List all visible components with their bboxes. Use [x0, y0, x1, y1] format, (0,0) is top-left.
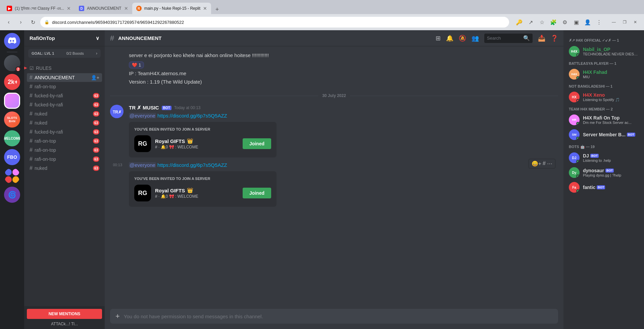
message-input[interactable] [124, 310, 553, 323]
menu-icon[interactable]: ⋮ [594, 17, 604, 27]
member-category-bots: BOTS 🤖 — 19 [566, 142, 641, 150]
member-avatar-server-bot: SM [569, 129, 580, 140]
channel-fucked-by-rafi-2[interactable]: # fucked-by-rafi 63 [27, 100, 102, 109]
server-icon-multi[interactable] [4, 168, 20, 184]
tab-discord-close[interactable]: ✕ [124, 6, 128, 11]
invite-link-2[interactable]: https://discord.gg/6p7s5Q5AZZ [157, 162, 227, 168]
channel-nuked-3[interactable]: # nuked 63 [27, 164, 102, 173]
server-icon-active[interactable] [4, 93, 20, 109]
new-tab-button[interactable]: + [212, 5, 222, 14]
member-activity-nabil: TECHNOBLADE NEVER DIES !... [583, 52, 639, 56]
invite-card-1: YOU'VE BEEN INVITED TO JOIN A SERVER RG … [129, 122, 277, 157]
boost-bar-inner[interactable]: GOAL: LVL 1 0/2 Boosts › [28, 49, 101, 58]
star-icon[interactable]: ☆ [537, 17, 547, 27]
notification-icon[interactable]: 🔕 [459, 35, 466, 42]
channel-rafi-on-top-4[interactable]: # rafi-on-top 63 [27, 155, 102, 163]
channel-announcement[interactable]: # ANNOUNCEMENT 👤+ [27, 73, 102, 82]
member-fantic[interactable]: Fa fantic BOT [566, 180, 641, 195]
new-mentions-button[interactable]: NEW MENTIONS [27, 309, 102, 319]
create-thread-icon[interactable]: # [543, 160, 546, 167]
mention-everyone-1[interactable]: @everyone [129, 113, 156, 119]
channel-rafi-on-top-3[interactable]: # rafi-on-top 63 [27, 146, 102, 154]
mention-everyone-2[interactable]: @everyone [129, 162, 156, 168]
tab-discord[interactable]: D ANNOUNCEMENT ✕ [75, 3, 132, 14]
channel-rafi-on-top-2[interactable]: # rafi-on-top 63 [27, 137, 102, 145]
server-icon-welcome[interactable]: WELCOME [4, 130, 20, 146]
hash-icon-11: # [30, 165, 33, 171]
tab-replit[interactable]: R main.py - Nuke Repl-15 - Replit ✕ [132, 3, 211, 14]
tab-youtube-close[interactable]: ✕ [67, 6, 71, 11]
crown-icon-2: 👑 [187, 187, 193, 193]
key-icon[interactable]: 🔑 [514, 17, 524, 27]
member-xeno[interactable]: HX H4X Xeno Listening to Spotify 🎵 [566, 90, 641, 104]
extension-icon[interactable]: 🧩 [549, 17, 558, 27]
status-dj [576, 160, 580, 163]
bot-avatar[interactable]: TR✗ [110, 105, 123, 118]
maximize-button[interactable]: ❐ [620, 19, 629, 26]
channel-fucked-by-rafi-1[interactable]: # fucked-by-rafi 63 [27, 91, 102, 100]
inbox-icon[interactable]: 📥 [538, 35, 545, 42]
discord-home-icon[interactable] [4, 33, 20, 49]
member-rafi[interactable]: HR H4X Rafi On Top Dm me For Stock Serve… [566, 112, 641, 127]
status-server-bot [576, 137, 580, 140]
status-xeno [576, 99, 580, 102]
channel-rafi-on-top[interactable]: # rafi-on-top [27, 82, 102, 91]
server-icon-red[interactable]: 2k+ [4, 74, 20, 90]
member-dynosaur[interactable]: Dy dynosaur BOT Playing dyno.gg | ?help [566, 165, 641, 180]
channel-nuked2-name: nuked [35, 120, 91, 126]
avatar-text-dynosaur: Dy [572, 171, 577, 175]
more-actions-icon[interactable]: ⋯ [547, 160, 552, 167]
server-icon-fbo[interactable]: FBO [4, 149, 20, 165]
members-sidebar: ✗↗ H4X OFFICIAL ✓↙✗ — 1 H4X Nabil_is_OP … [563, 30, 644, 329]
search-input[interactable] [487, 36, 521, 41]
split-view-icon[interactable]: ▣ [572, 17, 581, 27]
channel-nuked-1[interactable]: # nuked 63 [27, 109, 102, 118]
member-dj[interactable]: DJ DJ BOT Listening to .help [566, 150, 641, 165]
join-button-1[interactable]: Joined [243, 138, 271, 149]
search-bar[interactable]: 🔍 [484, 34, 533, 43]
invite-link-1[interactable]: https://discord.gg/6p7s5Q5AZZ [157, 113, 227, 119]
server-icon-slots[interactable]: SLOTSBAN [4, 111, 20, 128]
replit-favicon: R [136, 6, 142, 11]
member-fahad[interactable]: H4X H4X Fahad MIU [566, 67, 641, 82]
member-server-bot[interactable]: SM Server Member B... BOT [566, 127, 641, 142]
channel-nuked-2[interactable]: # nuked 63 [27, 119, 102, 127]
add-member-icon[interactable]: 👤+ [91, 75, 99, 80]
reaction-heart[interactable]: ❤️ 1 [129, 61, 144, 68]
server-icon-user[interactable]: 2 [4, 55, 20, 71]
server-name-header[interactable]: RafiOnTop ∨ [24, 30, 105, 46]
address-bar[interactable]: 🔒 discord.com/channels/96594039171726957… [40, 17, 509, 28]
mute-icon[interactable]: 🔔 [446, 35, 453, 42]
back-button[interactable]: ‹ [4, 17, 13, 27]
message-continuation-2: IP : TeamH4X.aternos.me [110, 70, 558, 77]
second-msg-text: @everyone https://discord.gg/6p7s5Q5AZZ [129, 161, 558, 169]
attach-button[interactable]: + [115, 312, 120, 321]
tab-youtube[interactable]: ▶ (1) ইন্ডিয়ার সেরা Classy FF এর... ✕ [3, 3, 75, 14]
browser-nav: ‹ › ↻ 🔒 discord.com/channels/96594039171… [0, 14, 644, 30]
bot-username[interactable]: TR ✗ MUSIC [129, 105, 159, 111]
channel-fucked-by-rafi-3[interactable]: # fucked-by-rafi 63 [27, 128, 102, 136]
profile-icon[interactable]: 👤 [583, 17, 592, 27]
puzzle-icon[interactable]: ⚙ [560, 17, 569, 27]
hash-settings-icon[interactable]: ⊞ [436, 35, 441, 42]
add-reaction-icon[interactable]: 😄+ [532, 160, 541, 167]
help-icon[interactable]: ❓ [551, 35, 558, 42]
member-nabil[interactable]: H4X Nabil_is_OP TECHNOBLADE NEVER DIES !… [566, 44, 641, 59]
tab-replit-close[interactable]: ✕ [203, 6, 207, 11]
close-window-button[interactable]: ✕ [631, 19, 640, 26]
sidebar-bottom: NEW MENTIONS ATTACk...! Tl... [24, 306, 105, 329]
share-icon[interactable]: ↗ [526, 17, 535, 27]
channel-rules[interactable]: ☑ RULES ➤ [27, 63, 102, 73]
join-button-2[interactable]: Joined [243, 188, 271, 198]
chat-input-area: + [105, 309, 563, 329]
server-icon-purple[interactable]: 🌀 [4, 187, 20, 203]
member-name-row-dj: DJ BOT [583, 153, 639, 158]
invite-card-label-2: YOU'VE BEEN INVITED TO JOIN A SERVER [134, 177, 271, 181]
minimize-button[interactable]: — [609, 19, 618, 26]
msg-text-3: Version : 1.19 (The Wild Update) [129, 78, 558, 85]
avatar-text-dj: DJ [572, 156, 577, 160]
chat-input-box: + [110, 309, 558, 324]
forward-button[interactable]: › [16, 17, 26, 27]
members-icon[interactable]: 👥 [472, 35, 479, 42]
reload-button[interactable]: ↻ [28, 17, 38, 27]
